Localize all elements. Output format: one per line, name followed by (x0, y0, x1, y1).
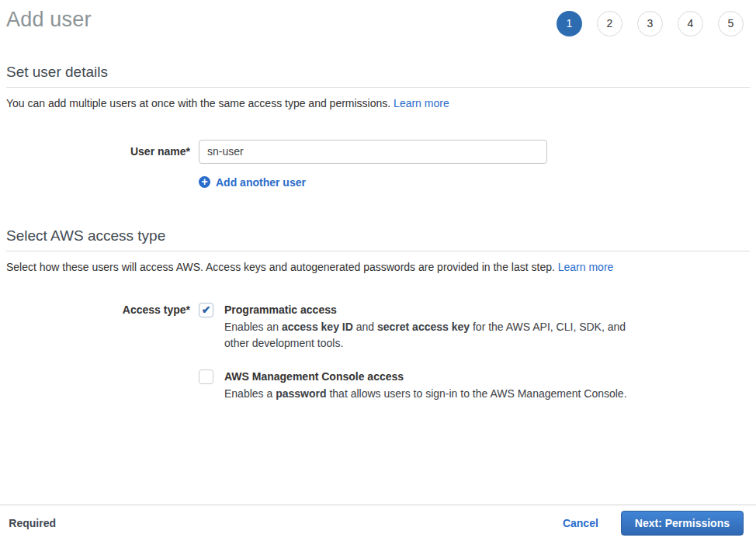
step-indicator-5: 5 (718, 11, 744, 36)
page-title: Add user (6, 9, 92, 32)
required-note: * Required (6, 517, 56, 529)
footer-actions: Cancel Next: Permissions (563, 511, 744, 536)
page-header: Add user 1 2 3 4 5 (0, 0, 756, 40)
desc-bold: password (276, 387, 326, 400)
username-control (199, 140, 547, 164)
wizard-footer: * Required Cancel Next: Permissions (0, 505, 756, 541)
add-another-user-label: Add another user (216, 176, 306, 189)
access-type-learn-more-link[interactable]: Learn more (558, 261, 614, 273)
access-type-intro: Select how these users will access AWS. … (6, 260, 750, 276)
console-access-body: AWS Management Console access Enables a … (224, 369, 627, 402)
username-row: User name* (6, 140, 750, 164)
user-details-heading: Set user details (6, 64, 750, 88)
user-details-intro-text: You can add multiple users at once with … (6, 97, 390, 109)
desc-bold: secret access key (377, 321, 470, 333)
access-type-options: ✔ Programmatic access Enables an access … (199, 302, 637, 402)
console-access-description: Enables a password that allows users to … (224, 386, 627, 402)
wizard-steps: 1 2 3 4 5 (557, 11, 744, 36)
plus-icon: + (199, 176, 210, 188)
add-another-user-button[interactable]: + Add another user (199, 176, 750, 189)
option-console-access: AWS Management Console access Enables a … (199, 369, 637, 402)
option-programmatic-access: ✔ Programmatic access Enables an access … (199, 302, 637, 352)
programmatic-access-description: Enables an access key ID and secret acce… (224, 319, 637, 352)
access-type-label: Access type* (6, 302, 190, 316)
programmatic-access-checkbox[interactable]: ✔ (199, 303, 213, 317)
desc-text: that allows users to sign-in to the AWS … (327, 387, 627, 400)
programmatic-access-title: Programmatic access (224, 302, 637, 318)
step-indicator-3: 3 (637, 11, 663, 36)
username-input[interactable] (199, 140, 547, 164)
access-type-heading: Select AWS access type (6, 227, 750, 251)
programmatic-access-body: Programmatic access Enables an access ke… (224, 302, 637, 352)
section-user-details: Set user details You can add multiple us… (0, 64, 756, 189)
console-access-checkbox[interactable] (199, 369, 213, 384)
step-indicator-4: 4 (678, 11, 703, 36)
desc-bold: access key ID (282, 321, 353, 333)
user-details-learn-more-link[interactable]: Learn more (394, 97, 449, 109)
user-details-intro: You can add multiple users at once with … (6, 96, 750, 112)
next-permissions-button[interactable]: Next: Permissions (621, 511, 744, 536)
desc-text: Enables a (224, 387, 276, 400)
section-access-type: Select AWS access type Select how these … (0, 227, 756, 403)
step-indicator-2: 2 (597, 11, 622, 36)
step-indicator-1: 1 (557, 11, 582, 36)
console-access-title: AWS Management Console access (224, 369, 627, 385)
access-type-intro-text: Select how these users will access AWS. … (6, 261, 555, 273)
username-label: User name* (6, 140, 190, 158)
add-user-page: Add user 1 2 3 4 5 Set user details You … (0, 0, 756, 541)
desc-text: and (353, 321, 377, 333)
cancel-button[interactable]: Cancel (563, 517, 598, 529)
desc-text: Enables an (224, 321, 282, 333)
check-icon: ✔ (202, 303, 211, 316)
access-type-row: Access type* ✔ Programmatic access Enabl… (6, 302, 750, 402)
